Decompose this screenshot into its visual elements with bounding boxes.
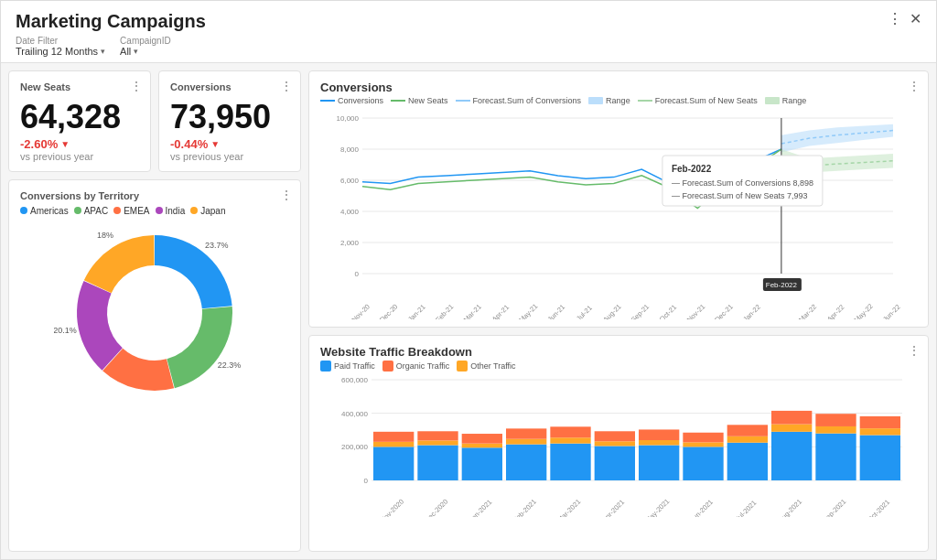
svg-text:May-2021: May-2021 (643, 497, 671, 517)
date-filter-group: Date Filter Trailing 12 Months ▾ (16, 36, 105, 57)
conversions-arrow: ▼ (210, 139, 220, 149)
conversions-value: 73,950 (170, 99, 289, 135)
line-legend-item: Forecast.Sum of Conversions (456, 96, 582, 105)
territory-legend-item: India (156, 206, 186, 216)
date-filter-label: Date Filter (16, 36, 105, 46)
svg-text:Dec-2020: Dec-2020 (423, 497, 449, 516)
svg-text:Mar-21: Mar-21 (462, 303, 483, 319)
campaign-filter-chevron: ▾ (134, 47, 138, 56)
svg-text:Feb-21: Feb-21 (434, 303, 455, 319)
line-chart-menu[interactable]: ⋮ (908, 79, 921, 93)
svg-text:Aug-2021: Aug-2021 (777, 497, 803, 516)
header: Marketing Campaigns Date Filter Trailing… (1, 1, 936, 63)
territory-legend-item: APAC (74, 206, 109, 216)
svg-text:— Forecast.Sum of New Seats  7: — Forecast.Sum of New Seats 7,993 (672, 191, 808, 200)
svg-text:Nov-20: Nov-20 (350, 302, 371, 319)
svg-text:Apr-21: Apr-21 (490, 303, 511, 319)
header-actions: ⋮ ✕ (888, 10, 921, 27)
campaign-filter-value[interactable]: All ▾ (120, 46, 171, 57)
territory-menu[interactable]: ⋮ (280, 188, 293, 202)
date-filter-value[interactable]: Trailing 12 Months ▾ (16, 46, 105, 57)
right-column: Conversions ⋮ ConversionsNew SeatsForeca… (308, 70, 929, 552)
conversions-card: Conversions ⋮ 73,950 -0.44% ▼ vs previou… (158, 70, 301, 172)
svg-rect-83 (683, 432, 723, 442)
svg-text:Jun-2021: Jun-2021 (688, 498, 714, 517)
svg-rect-55 (373, 431, 414, 441)
svg-text:Feb-2022: Feb-2022 (766, 281, 798, 289)
svg-text:Jan-22: Jan-22 (741, 303, 762, 319)
svg-text:Sep-21: Sep-21 (630, 302, 651, 319)
app-container: Marketing Campaigns Date Filter Trailing… (0, 0, 937, 560)
svg-text:Nov-2020: Nov-2020 (379, 497, 405, 516)
svg-text:Jan-21: Jan-21 (406, 303, 427, 319)
svg-rect-54 (373, 441, 414, 447)
svg-rect-95 (815, 414, 856, 426)
svg-rect-59 (417, 431, 458, 440)
traffic-legend-item: Paid Traffic (320, 361, 375, 372)
more-icon[interactable]: ⋮ (888, 10, 902, 27)
svg-rect-58 (417, 440, 458, 445)
svg-rect-53 (373, 447, 414, 480)
traffic-title: Website Traffic Breakdown (320, 345, 472, 359)
svg-text:Dec-21: Dec-21 (713, 302, 734, 319)
territory-legend-item: Americas (20, 206, 69, 216)
svg-rect-93 (815, 433, 856, 479)
svg-rect-87 (727, 425, 768, 436)
svg-text:Jul-2021: Jul-2021 (734, 498, 759, 516)
svg-rect-90 (771, 424, 812, 431)
svg-rect-63 (462, 434, 502, 444)
conversions-line-card: Conversions ⋮ ConversionsNew SeatsForeca… (308, 70, 929, 328)
line-chart-legend: ConversionsNew SeatsForecast.Sum of Conv… (320, 96, 917, 105)
traffic-legend-item: Other Traffic (457, 361, 515, 372)
svg-text:Jun-21: Jun-21 (546, 303, 567, 319)
svg-text:May-21: May-21 (517, 302, 539, 319)
svg-text:18%: 18% (97, 231, 113, 240)
new-seats-menu[interactable]: ⋮ (130, 79, 143, 93)
left-column: New Seats ⋮ 64,328 -2.60% ▼ vs previous … (8, 70, 301, 552)
campaign-filter-group: CampaignID All ▾ (120, 36, 171, 57)
svg-text:Jun-22: Jun-22 (881, 303, 902, 319)
svg-text:Jan-2021: Jan-2021 (468, 498, 493, 517)
svg-rect-75 (595, 431, 635, 441)
svg-rect-74 (595, 441, 635, 446)
conversions-menu[interactable]: ⋮ (280, 79, 293, 93)
new-seats-title: New Seats (20, 81, 70, 92)
svg-text:4,000: 4,000 (340, 208, 360, 216)
svg-text:Aug-21: Aug-21 (601, 302, 622, 319)
svg-rect-77 (639, 445, 679, 480)
conversions-title: Conversions (170, 81, 232, 92)
svg-rect-71 (550, 426, 590, 437)
territory-title: Conversions by Territory (20, 190, 139, 201)
svg-text:May-22: May-22 (853, 302, 875, 319)
svg-rect-81 (683, 447, 723, 480)
svg-text:23.7%: 23.7% (205, 241, 229, 250)
svg-text:0: 0 (364, 477, 369, 485)
conversions-vs: vs previous year (170, 151, 289, 162)
territory-legend: AmericasAPACEMEAIndiaJapan (20, 206, 289, 216)
svg-text:Apr-2021: Apr-2021 (600, 498, 626, 517)
svg-text:Sep-2021: Sep-2021 (821, 497, 847, 516)
svg-rect-69 (550, 443, 590, 479)
svg-text:Apr-22: Apr-22 (825, 303, 845, 319)
close-icon[interactable]: ✕ (910, 10, 921, 27)
svg-rect-98 (860, 428, 900, 435)
traffic-menu[interactable]: ⋮ (908, 343, 921, 358)
main-content: New Seats ⋮ 64,328 -2.60% ▼ vs previous … (1, 63, 936, 559)
svg-text:22.3%: 22.3% (218, 361, 242, 371)
line-chart-area: 02,0004,0006,0008,00010,000Feb-2022— For… (320, 109, 917, 322)
new-seats-arrow: ▼ (60, 139, 70, 149)
svg-text:200,000: 200,000 (341, 443, 368, 451)
new-seats-change: -2.60% ▼ (20, 137, 139, 151)
line-legend-item: Range (765, 96, 807, 105)
territory-legend-item: EMEA (113, 206, 149, 216)
territory-card: Conversions by Territory ⋮ AmericasAPACE… (8, 179, 301, 552)
svg-rect-65 (506, 444, 546, 479)
svg-text:0: 0 (355, 270, 360, 278)
svg-text:600,000: 600,000 (341, 376, 368, 384)
svg-rect-91 (771, 410, 812, 424)
traffic-legend: Paid TrafficOrganic TrafficOther Traffic (320, 361, 917, 372)
svg-rect-57 (417, 445, 458, 480)
svg-rect-94 (815, 426, 856, 434)
line-chart-title: Conversions (320, 81, 393, 94)
bar-chart-area: 0200,000400,000600,000Nov-2020Dec-2020Ja… (320, 375, 917, 520)
